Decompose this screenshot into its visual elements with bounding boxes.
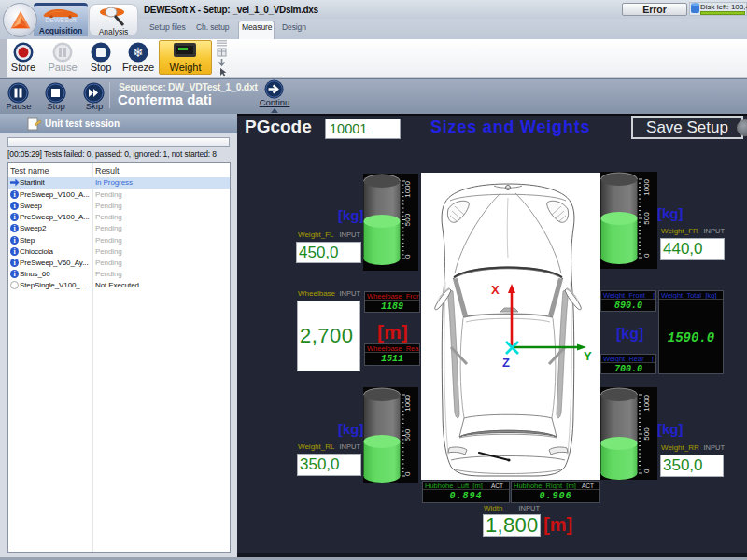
svg-text:0: 0 bbox=[642, 253, 651, 258]
svg-text:X: X bbox=[491, 283, 500, 297]
svg-text:❄: ❄ bbox=[133, 45, 144, 60]
svg-text:500: 500 bbox=[403, 428, 412, 441]
svg-text:500: 500 bbox=[403, 213, 412, 226]
svg-text:1000: 1000 bbox=[642, 178, 651, 195]
svg-text:Z: Z bbox=[502, 356, 510, 370]
svg-text:1000: 1000 bbox=[403, 180, 412, 197]
svg-text:0: 0 bbox=[403, 254, 412, 259]
svg-text:500: 500 bbox=[642, 212, 651, 225]
svg-text:0: 0 bbox=[642, 469, 651, 473]
svg-text:0: 0 bbox=[403, 471, 412, 476]
svg-text:1000: 1000 bbox=[642, 394, 651, 411]
svg-text:Y: Y bbox=[584, 349, 592, 363]
svg-text:1000: 1000 bbox=[403, 394, 412, 411]
svg-text:500: 500 bbox=[642, 427, 651, 441]
